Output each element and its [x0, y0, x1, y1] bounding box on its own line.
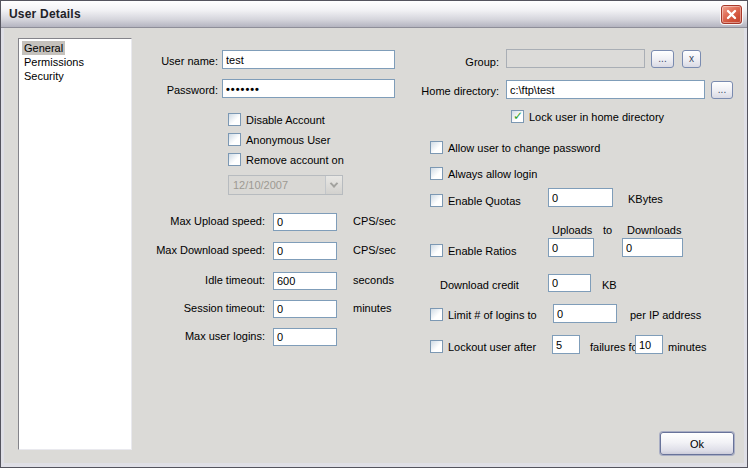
- enable-ratios-label: Enable Ratios: [448, 245, 517, 258]
- limit-logins-checkbox[interactable]: [430, 308, 443, 321]
- sidebar-item-general[interactable]: General: [22, 41, 128, 55]
- max-logins-label: Max user logins:: [84, 330, 265, 343]
- max-download-input[interactable]: [273, 242, 337, 260]
- max-upload-unit: CPS/sec: [353, 215, 396, 227]
- home-directory-input[interactable]: [506, 80, 705, 99]
- window-title: User Details: [9, 7, 81, 21]
- anonymous-user-label: Anonymous User: [246, 134, 330, 147]
- password-label: Password:: [124, 84, 218, 97]
- ratio-uploads-input[interactable]: [548, 238, 594, 257]
- idle-timeout-input[interactable]: [273, 272, 337, 290]
- max-upload-input[interactable]: [273, 213, 337, 231]
- ratios-downloads-header: Downloads: [627, 224, 681, 237]
- session-timeout-input[interactable]: [273, 300, 337, 318]
- sidebar-item-security[interactable]: Security: [22, 69, 128, 83]
- password-input[interactable]: [222, 79, 395, 98]
- always-allow-login-label: Always allow login: [448, 168, 537, 181]
- enable-quotas-label: Enable Quotas: [448, 195, 521, 208]
- max-download-unit: CPS/sec: [353, 244, 396, 256]
- username-label: User name:: [124, 55, 218, 68]
- lockout-checkbox[interactable]: [430, 340, 443, 353]
- lock-home-label: Lock user in home directory: [529, 111, 664, 124]
- remove-date-value: 12/10/2007: [229, 179, 325, 191]
- limit-logins-suffix: per IP address: [630, 309, 701, 321]
- dialog-content: General Permissions Security User name: …: [4, 28, 744, 463]
- quota-input[interactable]: [548, 188, 613, 207]
- home-directory-browse-button[interactable]: ...: [711, 81, 733, 99]
- max-logins-input[interactable]: [273, 328, 337, 346]
- lockout-between-label: failures for: [590, 341, 641, 353]
- quota-unit: KBytes: [628, 193, 663, 205]
- ratio-downloads-input[interactable]: [622, 238, 683, 257]
- lockout-failures-input[interactable]: [552, 335, 580, 354]
- username-input[interactable]: [222, 50, 395, 69]
- lockout-minutes-input[interactable]: [635, 335, 663, 354]
- idle-timeout-unit: seconds: [353, 274, 394, 286]
- download-credit-unit: KB: [602, 279, 617, 291]
- session-timeout-unit: minutes: [353, 302, 392, 314]
- download-credit-label: Download credit: [440, 279, 519, 292]
- close-icon: [726, 9, 737, 20]
- max-upload-label: Max Upload speed:: [84, 215, 265, 228]
- disable-account-label: Disable Account: [246, 114, 325, 127]
- always-allow-login-checkbox[interactable]: [430, 167, 443, 180]
- anonymous-user-checkbox[interactable]: [228, 133, 241, 146]
- ok-button[interactable]: Ok: [660, 432, 734, 455]
- idle-timeout-label: Idle timeout:: [84, 274, 265, 287]
- allow-change-password-label: Allow user to change password: [448, 142, 600, 155]
- remove-account-checkbox[interactable]: [228, 153, 241, 166]
- group-input: [506, 49, 645, 68]
- enable-quotas-checkbox[interactable]: [430, 194, 443, 207]
- title-bar[interactable]: User Details: [1, 1, 747, 28]
- remove-account-label: Remove account on: [246, 154, 344, 167]
- limit-logins-input[interactable]: [553, 304, 617, 323]
- ratios-uploads-header: Uploads: [552, 224, 592, 237]
- sidebar-item-permissions[interactable]: Permissions: [22, 55, 128, 69]
- max-download-label: Max Download speed:: [84, 244, 265, 257]
- chevron-down-icon: [330, 179, 338, 187]
- allow-change-password-checkbox[interactable]: [430, 141, 443, 154]
- download-credit-input[interactable]: [548, 274, 591, 292]
- user-details-dialog: User Details General Permissions Securit…: [0, 0, 748, 468]
- ratios-to-label: to: [603, 224, 612, 237]
- home-directory-label: Home directory:: [379, 85, 499, 98]
- close-button[interactable]: [721, 5, 742, 24]
- lockout-label: Lockout user after: [448, 341, 536, 354]
- combo-dropdown-button: [325, 176, 342, 194]
- lockout-suffix: minutes: [668, 341, 707, 353]
- enable-ratios-checkbox[interactable]: [430, 244, 443, 257]
- disable-account-checkbox[interactable]: [228, 113, 241, 126]
- limit-logins-label: Limit # of logins to: [448, 309, 537, 322]
- remove-date-combo: 12/10/2007: [228, 175, 343, 195]
- session-timeout-label: Session timeout:: [84, 302, 265, 315]
- group-browse-button[interactable]: ...: [651, 50, 674, 68]
- group-label: Group:: [424, 56, 499, 69]
- lock-home-checkbox[interactable]: [511, 110, 524, 123]
- group-clear-button[interactable]: x: [682, 50, 701, 68]
